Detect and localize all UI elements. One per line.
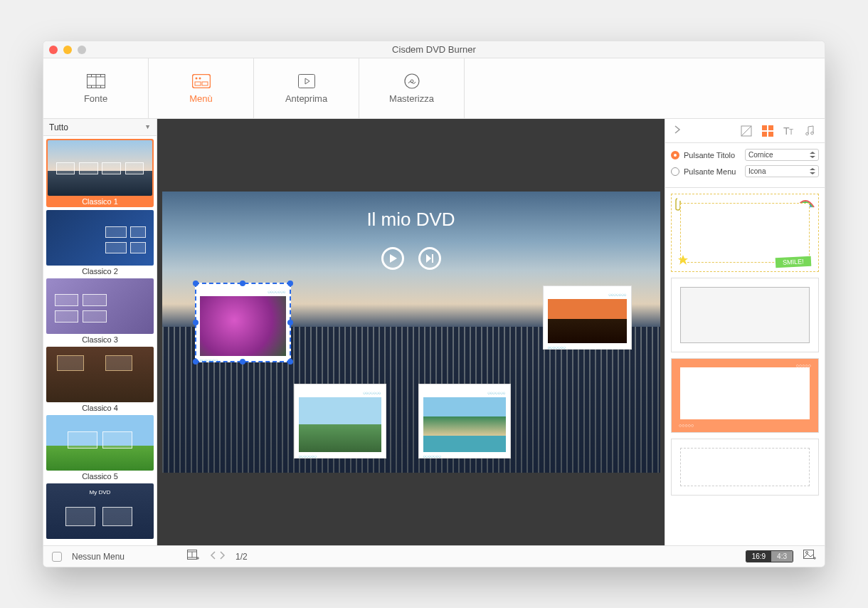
svg-rect-19 xyxy=(432,254,433,263)
properties-panel: TT Pulsante Titolo Cornice Pulsante Menu… xyxy=(665,119,825,545)
playback-controls xyxy=(162,247,660,270)
collapse-panel-button[interactable] xyxy=(674,125,681,137)
chevron-down-icon: ▲ xyxy=(144,124,151,131)
template-label: Classico 3 xyxy=(82,335,118,344)
status-bar: Nessun Menu 1/2 16:9 4:3 xyxy=(43,545,825,567)
aspect-4-3[interactable]: 4:3 xyxy=(771,551,793,562)
svg-rect-11 xyxy=(195,82,201,85)
button-properties: Pulsante Titolo Cornice Pulsante Menu Ic… xyxy=(665,143,825,188)
svg-marker-18 xyxy=(426,254,431,263)
svg-rect-22 xyxy=(762,125,767,130)
next-button[interactable] xyxy=(418,247,441,270)
play-button[interactable] xyxy=(381,247,404,270)
tab-anteprima[interactable]: Anteprima xyxy=(254,58,359,118)
template-preview xyxy=(46,347,154,402)
tab-frame[interactable] xyxy=(762,125,773,137)
close-icon[interactable] xyxy=(49,46,58,54)
template-item-classico-3[interactable]: Classico 3 xyxy=(46,278,154,344)
next-page-button[interactable] xyxy=(219,551,226,562)
window-title: Cisdem DVD Burner xyxy=(392,44,476,55)
frame-option-smile[interactable]: SMILE! xyxy=(671,194,819,272)
traffic-lights xyxy=(49,46,86,54)
minimize-icon[interactable] xyxy=(63,46,72,54)
add-chapter-icon[interactable] xyxy=(187,550,200,563)
no-menu-label: Nessun Menu xyxy=(72,552,125,562)
template-preview: My DVD xyxy=(46,483,154,539)
add-image-icon[interactable] xyxy=(803,550,816,563)
template-list[interactable]: Classico 1 Classico 2 xyxy=(43,136,157,545)
menu-title-text[interactable]: Il mio DVD xyxy=(162,209,660,231)
svg-point-38 xyxy=(806,552,808,554)
svg-point-9 xyxy=(195,77,197,79)
zoom-icon[interactable] xyxy=(78,46,86,54)
titlebar[interactable]: Cisdem DVD Burner xyxy=(43,41,825,58)
canvas-viewport[interactable]: Il mio DVD xyxy=(157,119,665,545)
tab-label: Fonte xyxy=(84,93,107,104)
title-clip-1[interactable] xyxy=(195,283,291,362)
title-button-row: Pulsante Titolo Cornice xyxy=(671,149,819,161)
svg-rect-37 xyxy=(804,550,814,559)
menu-button-select[interactable]: Icona xyxy=(745,165,819,177)
menu-button-radio[interactable] xyxy=(671,167,679,176)
no-menu-checkbox[interactable] xyxy=(52,552,62,562)
filmstrip-icon xyxy=(86,73,106,89)
svg-rect-12 xyxy=(202,82,208,85)
tab-fonte[interactable]: Fonte xyxy=(43,58,149,118)
tab-masterizza[interactable]: Masterizza xyxy=(359,58,465,118)
svg-marker-14 xyxy=(305,78,309,84)
template-preview xyxy=(48,140,152,196)
star-icon xyxy=(677,254,689,266)
title-button-radio[interactable] xyxy=(671,151,679,159)
title-button-select[interactable]: Cornice xyxy=(745,149,819,161)
tab-background[interactable] xyxy=(741,125,752,137)
page-indicator: 1/2 xyxy=(235,552,248,562)
tab-label: Masterizza xyxy=(389,93,434,104)
content: Tutto ▲ Classico 1 xyxy=(43,119,825,545)
template-item-classico-4[interactable]: Classico 4 xyxy=(46,347,154,412)
svg-line-21 xyxy=(741,126,751,136)
svg-text:T: T xyxy=(789,128,793,136)
svg-point-15 xyxy=(405,74,419,88)
frame-option-stamp[interactable] xyxy=(671,439,819,496)
tab-music[interactable] xyxy=(805,125,816,137)
svg-marker-30 xyxy=(678,255,688,265)
preview-icon xyxy=(297,73,317,89)
svg-rect-13 xyxy=(298,74,314,88)
aspect-ratio-toggle[interactable]: 16:9 4:3 xyxy=(746,550,793,562)
template-item-classico-1[interactable]: Classico 1 xyxy=(46,139,154,207)
svg-rect-8 xyxy=(192,74,210,88)
tab-label: Anteprima xyxy=(285,93,327,104)
template-item-classico-5[interactable]: Classico 5 xyxy=(46,415,154,481)
frame-list[interactable]: SMILE! ○○○○○ ○○○○○ xyxy=(665,188,825,545)
menu-button-row: Pulsante Menu Icona xyxy=(671,165,819,177)
dvd-menu-canvas[interactable]: Il mio DVD xyxy=(162,192,660,473)
svg-point-10 xyxy=(199,77,201,79)
frame-option-plain[interactable] xyxy=(671,278,819,352)
prev-page-button[interactable] xyxy=(210,551,216,562)
template-item-classico-2[interactable]: Classico 2 xyxy=(46,210,154,276)
frame-option-dots[interactable]: ○○○○○ ○○○○○ xyxy=(671,358,819,433)
template-sidebar: Tutto ▲ Classico 1 xyxy=(43,119,157,545)
menu-button-label: Pulsante Menu xyxy=(684,167,741,176)
main-toolbar: Fonte Menù Anteprima Masterizza xyxy=(43,58,825,119)
title-button-label: Pulsante Titolo xyxy=(684,151,741,159)
aspect-16-9[interactable]: 16:9 xyxy=(746,551,771,562)
tab-text[interactable]: TT xyxy=(783,125,795,137)
properties-tabs: TT xyxy=(665,119,825,143)
app-window: Cisdem DVD Burner Fonte Menù Anteprima M… xyxy=(43,41,825,567)
template-label: Classico 4 xyxy=(82,404,118,412)
template-preview xyxy=(46,278,154,334)
template-item-my-dvd[interactable]: My DVD xyxy=(46,483,154,539)
burn-icon xyxy=(402,73,422,89)
title-clip-2[interactable] xyxy=(543,285,632,350)
template-filter-dropdown[interactable]: Tutto ▲ xyxy=(43,119,157,136)
title-clip-3[interactable] xyxy=(294,384,386,458)
template-label: Classico 2 xyxy=(82,267,118,276)
title-clip-4[interactable] xyxy=(418,384,511,458)
smile-badge: SMILE! xyxy=(776,256,811,268)
canvas-area: Il mio DVD xyxy=(157,119,665,545)
svg-rect-24 xyxy=(762,132,767,137)
svg-rect-23 xyxy=(768,125,773,130)
tab-menu[interactable]: Menù xyxy=(149,58,254,118)
menu-icon xyxy=(191,73,211,89)
